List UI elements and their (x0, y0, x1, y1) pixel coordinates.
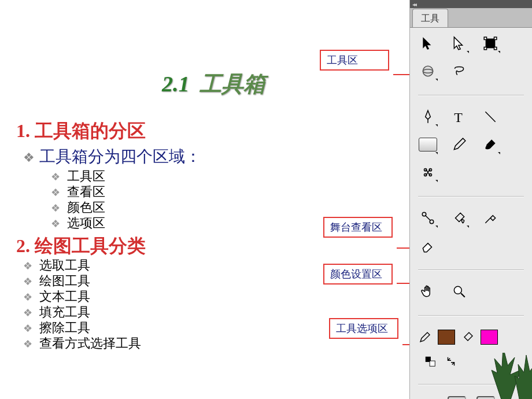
bullet-icon: ❖ (23, 290, 34, 305)
bullet-icon: ❖ (51, 169, 61, 184)
text-tool[interactable]: T (449, 107, 469, 127)
brush-tool[interactable] (481, 135, 500, 154)
list-item: ❖选项区 (51, 216, 105, 231)
list-item: ❖文本工具 (23, 289, 141, 305)
callout-options: 工具选项区 (329, 318, 398, 339)
fill-color-swatch[interactable] (481, 330, 498, 345)
section-1-heading: 1. 工具箱的分区 (16, 119, 146, 144)
stroke-color-swatch[interactable] (438, 330, 455, 345)
svg-point-16 (454, 286, 461, 294)
bullet-icon: ❖ (23, 321, 34, 336)
list-item: ❖工具区 (51, 169, 105, 184)
list-item: ❖填充工具 (23, 305, 141, 320)
section-2-number: 2. (16, 235, 30, 256)
bone-tool[interactable] (418, 208, 438, 228)
free-transform-tool[interactable] (481, 34, 500, 53)
section-2-text: 绘图工具分类 (35, 235, 146, 256)
selection-icon (420, 36, 435, 51)
callout-tools: 工具区 (320, 50, 389, 71)
rectangle-tool[interactable] (418, 135, 438, 154)
area-list: ❖工具区 ❖查看区 ❖颜色区 ❖选项区 (51, 169, 105, 231)
line-tool[interactable] (481, 107, 500, 127)
bullet-icon: ❖ (23, 258, 34, 274)
3d-rotate-tool[interactable] (418, 61, 438, 81)
tab-tools[interactable]: 工具 (412, 9, 448, 27)
list-item: ❖查看方式选择工具 (23, 336, 141, 352)
svg-rect-1 (484, 37, 486, 39)
bullet-icon: ❖ (51, 185, 61, 200)
brush-icon (483, 137, 498, 152)
line-icon (483, 109, 498, 124)
collapse-icon: ◂◂ (412, 1, 416, 8)
3d-rotate-icon (420, 64, 435, 79)
callout-color: 颜色设置区 (323, 264, 393, 285)
divider (418, 315, 524, 316)
list-item: ❖擦除工具 (23, 320, 141, 336)
color-default-icon[interactable] (424, 355, 437, 370)
bullet-icon: ❖ (23, 305, 34, 320)
pencil-tool[interactable] (449, 135, 469, 154)
tool-grid (410, 28, 532, 93)
bullet-icon: ❖ (51, 201, 61, 216)
panel-titlebar[interactable]: ◂◂ (410, 0, 532, 8)
divider (418, 95, 524, 95)
subselection-icon (452, 36, 467, 51)
zoom-tool[interactable] (449, 282, 469, 301)
deco-tool[interactable] (418, 162, 438, 182)
deco-icon (420, 165, 435, 180)
pen-icon (420, 109, 435, 124)
hand-tool[interactable] (418, 282, 438, 301)
zoom-icon (452, 284, 467, 299)
svg-line-8 (485, 112, 495, 121)
slide-title: 2.1 工具箱 (162, 69, 265, 99)
section-1-subline: ❖工具箱分为四个区域： (23, 146, 201, 168)
callout-view: 舞台查看区 (323, 217, 393, 238)
divider (418, 269, 524, 270)
bullet-icon: ❖ (23, 337, 34, 352)
title-number: 2.1 (162, 72, 190, 96)
bullet-icon: ❖ (51, 216, 61, 231)
list-item: ❖选取工具 (23, 258, 141, 274)
list-item: ❖绘图工具 (23, 274, 141, 289)
eyedropper-tool[interactable] (481, 208, 500, 228)
subselection-tool[interactable] (449, 34, 469, 53)
svg-point-5 (423, 66, 433, 76)
fill-color-bucket-icon (461, 327, 475, 347)
stroke-color-pencil-icon (418, 327, 432, 347)
svg-line-17 (461, 293, 465, 297)
svg-rect-3 (484, 47, 486, 50)
decorative-leaves (445, 353, 532, 399)
svg-rect-0 (486, 39, 494, 47)
section-1-number: 1. (16, 120, 30, 141)
bone-icon (420, 210, 435, 226)
svg-rect-4 (494, 47, 497, 50)
category-list: ❖选取工具 ❖绘图工具 ❖文本工具 ❖填充工具 ❖擦除工具 ❖查看方式选择工具 (23, 258, 141, 352)
lasso-tool[interactable] (449, 61, 469, 81)
section-2-heading: 2. 绘图工具分类 (16, 234, 146, 259)
section-1-text: 工具箱的分区 (35, 120, 146, 141)
paint-bucket-icon (452, 210, 467, 226)
pen-tool[interactable] (418, 107, 438, 127)
rectangle-icon (419, 138, 437, 152)
eyedropper-icon (483, 210, 498, 226)
text-icon: T (452, 109, 467, 124)
title-text: 工具箱 (200, 72, 265, 96)
svg-text:T: T (454, 110, 463, 124)
toolbox-panel: ◂◂ 工具 (409, 0, 532, 399)
selection-tool[interactable] (418, 34, 438, 53)
svg-rect-19 (430, 361, 435, 366)
svg-rect-2 (494, 37, 497, 39)
divider (418, 196, 524, 197)
pencil-icon (452, 137, 467, 152)
bullet-icon: ❖ (23, 274, 34, 289)
hand-icon (420, 284, 435, 299)
bullet-icon: ❖ (23, 150, 35, 165)
free-transform-icon (483, 36, 498, 51)
list-item: ❖查看区 (51, 184, 105, 200)
eraser-icon (420, 238, 435, 253)
panel-tabbar: 工具 (410, 8, 532, 28)
svg-line-15 (426, 216, 431, 221)
lasso-icon (452, 64, 467, 79)
eraser-tool[interactable] (418, 236, 438, 256)
paint-bucket-tool[interactable] (449, 208, 469, 228)
